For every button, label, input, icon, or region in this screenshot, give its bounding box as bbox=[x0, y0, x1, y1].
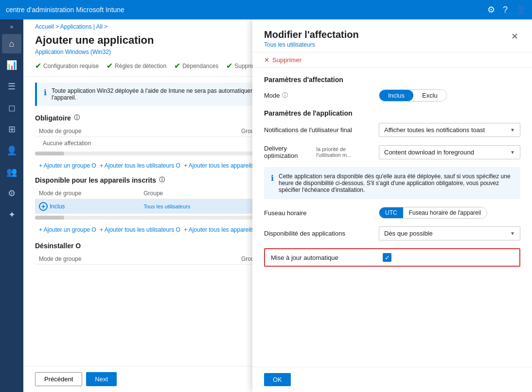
timezone-control: UTC Fuseau horaire de l'appareil bbox=[379, 207, 520, 219]
delivery-control[interactable]: Content download in foreground ▼ bbox=[379, 145, 520, 159]
delivery-dropdown[interactable]: Content download in foreground ▼ bbox=[379, 145, 520, 159]
row-mode: + Inclus bbox=[35, 199, 140, 214]
notif-value: Afficher toutes les notifications toast bbox=[384, 126, 485, 134]
ok-button[interactable]: OK bbox=[264, 373, 291, 386]
panel-header: Modifier l'affectation Tous les utilisat… bbox=[252, 19, 532, 52]
delivery-field-label: Delivery optimization la priorité de l'u… bbox=[264, 145, 371, 159]
timezone-label: Fuseau horaire bbox=[264, 209, 371, 217]
delivery-dropdown-arrow: ▼ bbox=[510, 150, 515, 155]
panel-actions: ✕ Supprimer bbox=[252, 52, 532, 68]
nav-menu-icon[interactable]: ☰ bbox=[2, 77, 21, 96]
section-obligatoire-label: Obligatoire bbox=[35, 114, 71, 122]
main-content: Accueil > Applications | All > Ajouter u… bbox=[23, 19, 532, 392]
delivery-value: Content download in foreground bbox=[384, 149, 474, 156]
timezone-toggle[interactable]: UTC Fuseau horaire de l'appareil bbox=[379, 207, 487, 219]
notif-control[interactable]: Afficher toutes les notifications toast … bbox=[379, 123, 520, 137]
disp-col-mode: Mode de groupe bbox=[35, 188, 140, 199]
delivery-field-row: Delivery optimization la priorité de l'u… bbox=[264, 145, 520, 159]
col-mode-groupe: Mode de groupe bbox=[35, 126, 237, 137]
delivery-sublabel: la priorité de l'utilisation m... bbox=[317, 146, 371, 158]
topbar-icons: ⚙ ? 👤 bbox=[487, 4, 526, 15]
application-section-header: Paramètres de l'application bbox=[264, 109, 520, 117]
inclus-label: Inclus bbox=[50, 203, 65, 210]
help-icon[interactable]: ? bbox=[503, 5, 508, 15]
notif-dropdown[interactable]: Afficher toutes les notifications toast … bbox=[379, 123, 520, 137]
gear-icon[interactable]: ⚙ bbox=[487, 4, 495, 15]
close-button[interactable]: ✕ bbox=[509, 29, 520, 44]
plus-icon: + bbox=[39, 202, 48, 211]
row-groupe: Tous les utilisateurs bbox=[140, 199, 253, 214]
nav-grid-icon[interactable]: ⊞ bbox=[2, 119, 21, 139]
maj-checkbox-row: Mise à jour automatique ✓ bbox=[264, 248, 520, 267]
mode-field-label: Mode ⓘ bbox=[264, 91, 371, 100]
panel-body: Paramètres d'affectation Mode ⓘ Inclus E… bbox=[252, 68, 532, 367]
nav-apps-icon[interactable]: ◻ bbox=[2, 98, 21, 118]
maj-label: Mise à jour automatique bbox=[271, 254, 378, 261]
nav-home-icon[interactable]: ⌂ bbox=[2, 34, 21, 53]
device-timezone-option[interactable]: Fuseau horaire de l'appareil bbox=[403, 207, 487, 218]
des-col-mode: Mode de groupe bbox=[35, 254, 237, 265]
maj-checkbox[interactable]: ✓ bbox=[383, 253, 391, 262]
panel-header-left: Modifier l'affectation Tous les utilisat… bbox=[264, 29, 359, 48]
mode-info-icon[interactable]: ⓘ bbox=[282, 91, 288, 100]
nav-expand-icon[interactable]: » bbox=[10, 23, 14, 30]
step-dependances[interactable]: ✔ Dépendances bbox=[174, 61, 218, 70]
delete-button[interactable]: ✕ Supprimer bbox=[264, 56, 301, 64]
disp-add-users[interactable]: + Ajouter tous les utilisateurs O bbox=[100, 226, 180, 233]
breadcrumb-home[interactable]: Accueil > bbox=[35, 23, 59, 30]
notif-field-label: Notifications de l'utilisateur final bbox=[264, 126, 371, 134]
section-disponible-label: Disponible pour les appareils inscrits bbox=[35, 176, 156, 184]
notif-dropdown-arrow: ▼ bbox=[510, 127, 515, 133]
nav-users-icon[interactable]: 👥 bbox=[2, 162, 21, 182]
step-detection-label: Règles de détection bbox=[115, 63, 166, 69]
dispo-dropdown[interactable]: Dès que possible ▼ bbox=[379, 226, 520, 240]
nav-dashboard-icon[interactable]: 📊 bbox=[2, 55, 21, 75]
back-button[interactable]: Précédent bbox=[35, 372, 82, 386]
avatar-icon[interactable]: 👤 bbox=[515, 4, 526, 15]
step-detection[interactable]: ✔ Règles de détection bbox=[106, 61, 166, 70]
disp-add-devices[interactable]: + Ajouter tous les appareils O bbox=[184, 226, 260, 233]
disp-add-group[interactable]: + Ajouter un groupe O bbox=[39, 226, 96, 233]
panel-title: Modifier l'affectation bbox=[264, 29, 359, 40]
nav-user-icon[interactable]: 👤 bbox=[2, 141, 21, 160]
left-nav: » ⌂ 📊 ☰ ◻ ⊞ 👤 👥 ⚙ ✦ bbox=[0, 19, 23, 392]
delivery-label-text: Delivery optimization bbox=[264, 145, 313, 159]
disponible-info-icon[interactable]: ⓘ bbox=[159, 176, 165, 184]
dispo-dropdown-arrow: ▼ bbox=[510, 231, 515, 236]
nav-settings-icon[interactable]: ⚙ bbox=[2, 184, 21, 203]
panel-footer: OK bbox=[252, 367, 532, 392]
mode-exclu-option[interactable]: Exclu bbox=[413, 90, 446, 101]
obligatoire-info-icon[interactable]: ⓘ bbox=[74, 114, 80, 122]
step-dependances-label: Dépendances bbox=[182, 63, 218, 69]
add-all-devices-link[interactable]: + Ajouter tous les appareils O bbox=[184, 162, 260, 169]
mode-inclus-option[interactable]: Inclus bbox=[379, 90, 413, 101]
nav-extra-icon[interactable]: ✦ bbox=[2, 205, 21, 224]
panel-info-icon: ℹ bbox=[271, 173, 274, 193]
delete-label: Supprimer bbox=[272, 56, 301, 64]
disp-col-groupe: Groupe bbox=[140, 188, 253, 199]
add-group-link[interactable]: + Ajouter un groupe O bbox=[39, 162, 96, 169]
info-box-icon: ℹ bbox=[44, 88, 47, 101]
groupe-value: Tous les utilisateurs bbox=[143, 204, 190, 209]
dispo-control[interactable]: Dès que possible ▼ bbox=[379, 226, 520, 240]
step-check-icon: ✔ bbox=[35, 61, 41, 70]
no-assignment-text: Aucune affectation bbox=[39, 136, 95, 151]
mode-label-text: Mode bbox=[264, 92, 280, 99]
delete-icon: ✕ bbox=[264, 56, 269, 64]
notif-field-row: Notifications de l'utilisateur final Aff… bbox=[264, 123, 520, 137]
mode-toggle[interactable]: Inclus Exclu bbox=[379, 89, 447, 102]
step-config-label: Configuration requise bbox=[43, 63, 99, 69]
timezone-field-row: Fuseau horaire UTC Fuseau horaire de l'a… bbox=[264, 207, 520, 219]
step-check-icon2: ✔ bbox=[106, 61, 113, 70]
breadcrumb-apps[interactable]: Applications | All > bbox=[60, 23, 108, 30]
affectation-section-header: Paramètres d'affectation bbox=[264, 76, 520, 84]
section-desinstaller-label: Désinstaller O bbox=[35, 242, 81, 250]
side-panel: Modifier l'affectation Tous les utilisat… bbox=[252, 19, 532, 392]
step-config[interactable]: ✔ Configuration requise bbox=[35, 61, 99, 70]
step-check-icon3: ✔ bbox=[174, 61, 180, 70]
panel-info-box: ℹ Cette application sera disponible dès … bbox=[264, 167, 520, 199]
dispo-field-row: Disponibilité des applications Dès que p… bbox=[264, 226, 520, 240]
add-all-users-link[interactable]: + Ajouter tous les utilisateurs O bbox=[100, 162, 180, 169]
next-button[interactable]: Next bbox=[86, 372, 117, 386]
utc-option[interactable]: UTC bbox=[379, 207, 403, 218]
